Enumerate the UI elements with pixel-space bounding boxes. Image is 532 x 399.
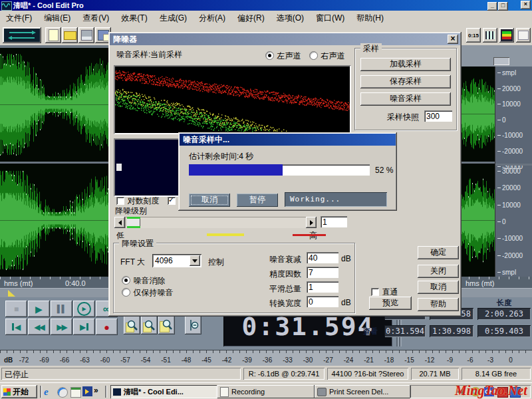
zoom-out-button[interactable] [141, 315, 158, 334]
preview-button[interactable]: 预览 [369, 297, 412, 310]
menu-item[interactable]: 窗口(W) [310, 11, 350, 26]
right-channel-radio[interactable]: 右声道 [309, 49, 344, 62]
taskbar-divider [105, 386, 106, 398]
amplitude-tick-label: -10000 [502, 132, 523, 139]
record-button[interactable]: ● [96, 319, 118, 335]
scrollbar-top-strip[interactable] [462, 45, 532, 66]
scrollbar-thumb[interactable] [493, 57, 509, 65]
close-button[interactable]: × [521, 1, 531, 9]
open-folder-icon [64, 31, 76, 40]
zoom-in-button[interactable] [124, 315, 140, 334]
view-toggle-button[interactable] [3, 27, 41, 43]
save-button[interactable] [78, 27, 94, 43]
desktop-icon[interactable] [70, 387, 81, 398]
waveform-display-right[interactable] [462, 66, 495, 277]
minimize-button[interactable]: _ [487, 2, 497, 11]
noise-level-slider-handle[interactable] [127, 217, 140, 228]
blank-panel-icon [518, 31, 529, 40]
go-to-start-button[interactable]: ◀ [5, 319, 27, 335]
ok-button[interactable]: 确定 [418, 246, 459, 259]
db-tick-label: -3 [487, 356, 493, 364]
selection-length-value: 2:00.263 [477, 308, 531, 320]
menu-item[interactable]: 生成(G) [154, 11, 193, 26]
transition-unit: dB [341, 298, 351, 307]
menu-item[interactable]: 选项(O) [271, 11, 310, 26]
slider-left-arrow[interactable] [114, 217, 125, 228]
fft-size-select[interactable]: 4096 [152, 254, 201, 267]
dialog-titlebar: 降噪器 × [110, 33, 460, 45]
play-button[interactable]: ▶ [28, 301, 50, 317]
clock-display-button[interactable]: 0:15 [466, 28, 481, 43]
menu-item[interactable]: 效果(T) [115, 11, 153, 26]
taskbar-task-cooledit[interactable]: 清唱* - Cool Edi... [110, 385, 217, 398]
status-free-space: 8.14 GB free [462, 368, 531, 380]
go-to-end-button[interactable]: ▶ [73, 319, 95, 335]
smoothing-input[interactable] [307, 281, 338, 293]
taskbar-task-printscreen[interactable]: Print Screen Del... [315, 385, 411, 398]
transition-input[interactable] [307, 296, 338, 307]
secondary-checkbox[interactable] [168, 194, 176, 206]
menu-item[interactable]: 编辑(E) [38, 11, 76, 26]
keep-noise-radio[interactable]: 仅保持噪音 [122, 286, 173, 299]
pause-button[interactable]: ▌▌ [51, 301, 72, 317]
waveform-arrows-icon [7, 30, 37, 41]
zoom-selection-button[interactable] [158, 315, 175, 334]
help-button[interactable]: 帮助 [418, 298, 459, 311]
new-file-button[interactable] [45, 27, 61, 43]
noise-sample-button[interactable]: 噪音采样 [360, 92, 451, 106]
ie-icon[interactable]: e [44, 386, 55, 397]
progress-titlebar: 噪音采样中... [180, 134, 396, 146]
amplitude-tick-label: 20000 [502, 85, 521, 92]
progress-pause-button[interactable]: 暂停 [237, 194, 278, 207]
left-channel-radio[interactable]: 左声道 [265, 49, 301, 62]
maximize-button[interactable]: □ [498, 2, 508, 11]
menu-item[interactable]: 文件(F) [0, 11, 38, 26]
db-tick-label: -66 [60, 356, 69, 364]
blank-panel-button[interactable] [516, 28, 531, 43]
start-button[interactable]: 开始 [1, 385, 37, 398]
waveform-display-left[interactable] [0, 48, 108, 277]
cancel-button[interactable]: 取消 [418, 281, 459, 294]
amplitude-tick-label: 20000 [502, 184, 521, 192]
layout-button[interactable] [483, 28, 497, 43]
outlook-icon[interactable] [57, 387, 68, 398]
noise-level-slider-track[interactable] [125, 217, 306, 228]
task-label: Print Screen Del... [329, 388, 388, 396]
eta-label: 估计剩余时间:4 秒 [189, 151, 253, 162]
record-icon: ● [104, 323, 109, 332]
load-sample-button[interactable]: 加载采样 [360, 58, 451, 71]
db-tick-label: -6 [467, 356, 473, 364]
db-tick-label: -48 [182, 356, 191, 364]
yellow-marker [207, 233, 244, 236]
remove-noise-radio[interactable]: 噪音消除 [122, 274, 165, 287]
db-tick-label: -21 [364, 356, 373, 364]
slider-right-arrow[interactable] [306, 217, 317, 228]
menu-item[interactable]: 分析(A) [193, 11, 231, 26]
noise-level-input[interactable] [321, 216, 347, 227]
stop-button[interactable]: ■ [5, 301, 27, 317]
save-sample-button[interactable]: 保存采样 [360, 75, 451, 88]
open-file-button[interactable] [62, 27, 78, 43]
snapshot-input[interactable] [424, 110, 452, 122]
dialog-title: 降噪器 [113, 35, 137, 44]
meter-button[interactable] [499, 28, 514, 43]
more-toolbars-chevron[interactable]: » [94, 386, 98, 395]
rewind-button[interactable]: ◀◀ [28, 319, 50, 335]
sample-group: 采样 加载采样 保存采样 噪音采样 采样快照 [354, 48, 457, 130]
attenuation-input[interactable] [307, 252, 338, 263]
fast-forward-button[interactable]: ▶▶ [51, 319, 72, 335]
media-player-icon[interactable] [82, 386, 92, 396]
zoom-vertical-button[interactable] [185, 315, 201, 334]
close-dialog-button[interactable]: 关闭 [418, 265, 459, 278]
play-looped-button[interactable]: ▶ [73, 301, 95, 317]
red-marker [293, 234, 326, 236]
taskbar-task-recording[interactable]: Recording [217, 385, 315, 398]
menu-item[interactable]: 偏好(R) [231, 11, 271, 26]
level-slider-handle[interactable] [116, 164, 122, 171]
menu-item[interactable]: 帮助(H) [350, 11, 390, 26]
precision-input[interactable] [307, 267, 338, 278]
menu-item[interactable]: 查看(V) [76, 11, 115, 26]
dialog-close-button[interactable]: × [448, 35, 458, 44]
progress-cancel-button[interactable]: 取消 [189, 194, 230, 207]
dropdown-arrow-button[interactable] [190, 255, 200, 266]
